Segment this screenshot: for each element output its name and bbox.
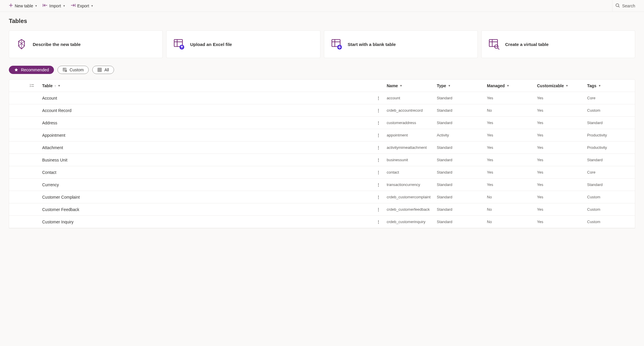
cell-managed: No (485, 105, 535, 116)
cell-table[interactable]: Customer Complaint (40, 192, 373, 202)
table-row[interactable]: Appointment⋮appointmentActivityYesYesPro… (9, 129, 635, 141)
new-table-button[interactable]: New table ▾ (6, 0, 40, 11)
virtual-table-icon (488, 38, 500, 50)
cell-name: businessunit (384, 155, 434, 165)
svg-rect-16 (489, 39, 498, 47)
table-row[interactable]: Currency⋮transactioncurrencyStandardYesY… (9, 179, 635, 191)
table-icon (97, 67, 102, 72)
page-title: Tables (9, 18, 635, 24)
col-header-customizable[interactable]: Customizable▾ (535, 80, 585, 91)
search-button[interactable]: Search (612, 0, 638, 11)
row-menu-button[interactable]: ⋮ (373, 167, 384, 178)
cell-type: Standard (434, 167, 485, 177)
table-row[interactable]: Account Record⋮crdeb_accountrecordStanda… (9, 104, 635, 117)
row-menu-button[interactable]: ⋮ (373, 142, 384, 153)
chevron-down-icon: ▾ (35, 4, 37, 7)
card-virtual-table[interactable]: Create a virtual table (481, 30, 635, 58)
card-label: Describe the new table (33, 42, 81, 47)
cell-type: Standard (434, 93, 485, 103)
cell-tags: Standard (585, 118, 635, 128)
cell-table[interactable]: Customer Inquiry (40, 217, 373, 227)
cell-tags: Custom (585, 192, 635, 202)
cell-table[interactable]: Account Record (40, 105, 373, 116)
row-menu-button[interactable]: ⋮ (373, 130, 384, 141)
chevron-down-icon: ▾ (58, 84, 60, 87)
cell-type: Standard (434, 217, 485, 227)
cell-table[interactable]: Address (40, 118, 373, 128)
cell-managed: No (485, 192, 535, 202)
card-label: Start with a blank table (348, 42, 396, 47)
cell-tags: Productivity (585, 130, 635, 140)
chevron-down-icon: ▾ (599, 84, 600, 87)
table-row[interactable]: Customer Feedback⋮crdeb_customerfeedback… (9, 203, 635, 216)
row-menu-button[interactable]: ⋮ (373, 105, 384, 116)
row-menu-button[interactable]: ⋮ (373, 204, 384, 215)
row-menu-button[interactable]: ⋮ (373, 93, 384, 103)
svg-point-6 (616, 4, 619, 6)
card-describe-table[interactable]: Describe the new table (9, 30, 163, 58)
cell-customizable: Yes (535, 167, 585, 177)
card-upload-excel[interactable]: Upload an Excel file (166, 30, 320, 58)
col-header-type[interactable]: Type▾ (434, 80, 485, 91)
cell-type: Standard (434, 204, 485, 215)
table-row[interactable]: Address⋮customeraddressStandardYesYesSta… (9, 117, 635, 129)
row-menu-button[interactable]: ⋮ (373, 118, 384, 128)
row-menu-button[interactable]: ⋮ (373, 179, 384, 190)
cell-customizable: Yes (535, 142, 585, 153)
import-label: Import (49, 4, 61, 8)
cell-table[interactable]: Customer Feedback (40, 204, 373, 215)
cell-name: customeraddress (384, 118, 434, 128)
card-blank-table[interactable]: Start with a blank table (324, 30, 478, 58)
cell-managed: Yes (485, 179, 535, 190)
col-header-tags[interactable]: Tags▾ (585, 80, 635, 91)
row-menu-button[interactable]: ⋮ (373, 192, 384, 202)
cell-type: Standard (434, 192, 485, 202)
cell-customizable: Yes (535, 93, 585, 103)
filter-custom[interactable]: Custom (57, 66, 89, 74)
cell-managed: No (485, 217, 535, 227)
cell-table[interactable]: Appointment (40, 130, 373, 141)
chevron-down-icon: ▾ (400, 84, 402, 87)
col-header-managed[interactable]: Managed▾ (485, 80, 535, 91)
export-label: Export (77, 4, 89, 8)
export-button[interactable]: Export ▾ (68, 0, 96, 11)
cell-tags: Custom (585, 105, 635, 116)
cell-table[interactable]: Contact (40, 167, 373, 178)
numbered-list-icon: 12 (29, 83, 34, 88)
cell-type: Standard (434, 118, 485, 128)
sort-asc-icon: ↑ (55, 84, 56, 88)
filter-recommended[interactable]: Recommended (9, 66, 54, 74)
search-icon (615, 3, 620, 9)
cell-table[interactable]: Attachment (40, 142, 373, 153)
blank-table-icon (331, 38, 342, 50)
table-row[interactable]: Account⋮accountStandardYesYesCore (9, 92, 635, 104)
row-menu-button[interactable]: ⋮ (373, 155, 384, 165)
import-button[interactable]: Import ▾ (40, 0, 68, 11)
cell-name: activitymimeattachment (384, 142, 434, 153)
table-row[interactable]: Contact⋮contactStandardYesYesCore (9, 166, 635, 179)
cell-tags: Core (585, 93, 635, 103)
table-row[interactable]: Customer Inquiry⋮crdeb_customerinquirySt… (9, 216, 635, 228)
cell-table[interactable]: Currency (40, 179, 373, 190)
cell-type: Standard (434, 142, 485, 153)
svg-line-7 (618, 6, 620, 7)
filter-all[interactable]: All (92, 66, 114, 74)
svg-rect-25 (98, 68, 101, 72)
cell-table[interactable]: Account (40, 93, 373, 103)
row-menu-button[interactable]: ⋮ (373, 217, 384, 227)
filter-label: Recommended (21, 67, 49, 72)
row-number-header[interactable]: 12 (27, 80, 40, 91)
cell-type: Standard (434, 179, 485, 190)
table-row[interactable]: Business Unit⋮businessunitStandardYesYes… (9, 154, 635, 166)
cell-type: Standard (434, 105, 485, 116)
cell-customizable: Yes (535, 179, 585, 190)
cell-table[interactable]: Business Unit (40, 155, 373, 165)
cell-tags: Custom (585, 204, 635, 215)
col-header-table[interactable]: Table ↑ ▾ (40, 80, 373, 91)
table-row[interactable]: Attachment⋮activitymimeattachmentStandar… (9, 141, 635, 154)
cell-customizable: Yes (535, 204, 585, 215)
upload-table-icon (173, 38, 185, 50)
table-row[interactable]: Customer Complaint⋮crdeb_customercomplai… (9, 191, 635, 203)
col-header-name[interactable]: Name▾ (384, 80, 434, 91)
cell-name: crdeb_customerinquiry (384, 217, 434, 227)
